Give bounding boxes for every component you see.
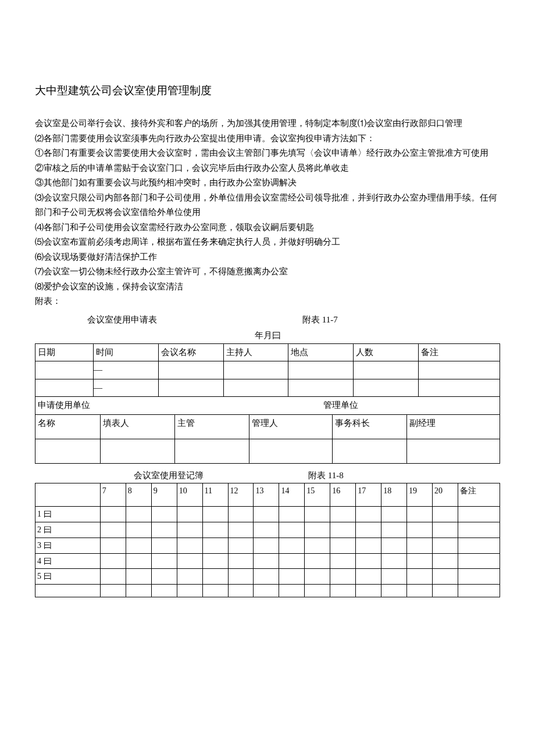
t2-h-19: 19 (407, 483, 433, 507)
t2-cell (356, 538, 381, 553)
t2-cell (433, 507, 458, 522)
t2-cell (381, 585, 407, 597)
para-7: ⑷各部门和子公司使用会议室需经行政办公室同意，领取会议嗣后要钥匙 (35, 220, 500, 235)
t1b-cell (249, 439, 333, 463)
t1-cell (419, 361, 500, 379)
t2-h-20: 20 (433, 483, 458, 507)
t2-cell (151, 538, 177, 553)
t1-apply-unit: 申请使用单位 (38, 400, 90, 410)
t2-r1: 1 曰 (35, 507, 101, 522)
t2-cell (433, 538, 458, 553)
t1-cell (288, 379, 354, 397)
t2-cell (279, 507, 305, 522)
t2-cell (381, 538, 407, 553)
t2-cell (279, 538, 305, 553)
t1b-h-chief: 事务科长 (333, 414, 407, 439)
t2-cell (177, 585, 202, 597)
t2-cell (381, 522, 407, 538)
t2-r4: 4 曰 (35, 553, 101, 569)
t2-cell (407, 522, 433, 538)
t2-cell (407, 507, 433, 522)
t2-cell (100, 585, 126, 597)
t1-mgmt-unit: 管理单位 (323, 398, 358, 413)
t2-cell (330, 553, 356, 569)
t1-cell (354, 379, 419, 397)
t2-cell (100, 569, 126, 585)
doc-title: 大中型建筑公司会议室使用管理制度 (35, 81, 500, 100)
t2-h-14: 14 (279, 483, 305, 507)
para-11: ⑻爱护会议室的设施，保持会议室清洁 (35, 280, 500, 295)
t2-cell (202, 569, 228, 585)
t2-cell (356, 585, 381, 597)
t2-cell (330, 507, 356, 522)
t2-cell (279, 522, 305, 538)
t1b-h-vp: 副经理 (407, 414, 500, 439)
t2-cell (228, 569, 254, 585)
t2-cell (151, 553, 177, 569)
t1-cell (158, 379, 223, 397)
t1-cell (158, 361, 223, 379)
t2-cell (305, 522, 330, 538)
t2-r-blank (35, 585, 101, 597)
t1-h-date: 日期 (35, 343, 94, 361)
t2-cell (305, 507, 330, 522)
t2-h-16: 16 (330, 483, 356, 507)
t2-cell (202, 585, 228, 597)
t1b-cell (174, 439, 249, 463)
t2-cell (126, 569, 151, 585)
para-9: ⑹会议现场要做好清洁保护工作 (35, 250, 500, 265)
t1-cell (35, 361, 94, 379)
t2-h-9: 9 (151, 483, 177, 507)
para-1: 会议室是公司举行会议、接待外宾和客户的场所，为加强其使用管理，特制定本制度⑴会议… (35, 116, 500, 131)
t1b-h-name: 名称 (35, 414, 101, 439)
t2-cell (356, 553, 381, 569)
t2-cell (330, 585, 356, 597)
table1-title: 会议室使用申请表 (87, 313, 157, 328)
t2-cell (126, 585, 151, 597)
t2-cell (177, 538, 202, 553)
t1-cell (288, 361, 354, 379)
t2-cell (254, 585, 279, 597)
t2-cell (228, 522, 254, 538)
para-2: ⑵各部门需要使用会议室须事先向行政办公室提出使用申请。会议室拘役申请方法如下： (35, 131, 500, 146)
t1b-cell (407, 439, 500, 463)
t2-cell (202, 553, 228, 569)
t2-cell (305, 585, 330, 597)
t2-h-13: 13 (254, 483, 279, 507)
t1-h-num: 人数 (354, 343, 419, 361)
t2-cell (356, 522, 381, 538)
t1-cell-dash: — (93, 361, 158, 379)
t2-h-10: 10 (177, 483, 202, 507)
t2-cell (458, 538, 500, 553)
t1-h-loc: 地点 (288, 343, 354, 361)
t2-cell (330, 522, 356, 538)
t2-cell (228, 553, 254, 569)
t2-cell (100, 507, 126, 522)
table2-title: 会议室使用登记簿 (134, 468, 204, 483)
t1-cell (419, 379, 500, 397)
t2-cell (151, 522, 177, 538)
application-table: 日期 时间 会议名称 主持人 地点 人数 备注 — — 申请使用单位 管理单位 (35, 343, 500, 415)
t2-h-blank (35, 483, 101, 507)
t2-cell (381, 553, 407, 569)
para-12: 附表： (35, 294, 500, 309)
t2-cell (305, 553, 330, 569)
t2-cell (254, 569, 279, 585)
t2-cell (279, 553, 305, 569)
t1b-cell (333, 439, 407, 463)
t2-cell (228, 538, 254, 553)
para-4: ②审核之后的申请单需贴于会议室门口，会议完毕后由行政办公室人员将此单收走 (35, 161, 500, 176)
t2-h-7: 7 (100, 483, 126, 507)
t2-cell (305, 569, 330, 585)
t2-cell (458, 553, 500, 569)
t2-cell (151, 569, 177, 585)
t2-cell (458, 507, 500, 522)
t2-cell (458, 522, 500, 538)
t1b-h-filler: 填表人 (100, 414, 174, 439)
t2-cell (202, 507, 228, 522)
t2-cell (407, 553, 433, 569)
t2-cell (100, 553, 126, 569)
t1b-cell (100, 439, 174, 463)
t2-cell (228, 507, 254, 522)
t2-cell (433, 585, 458, 597)
